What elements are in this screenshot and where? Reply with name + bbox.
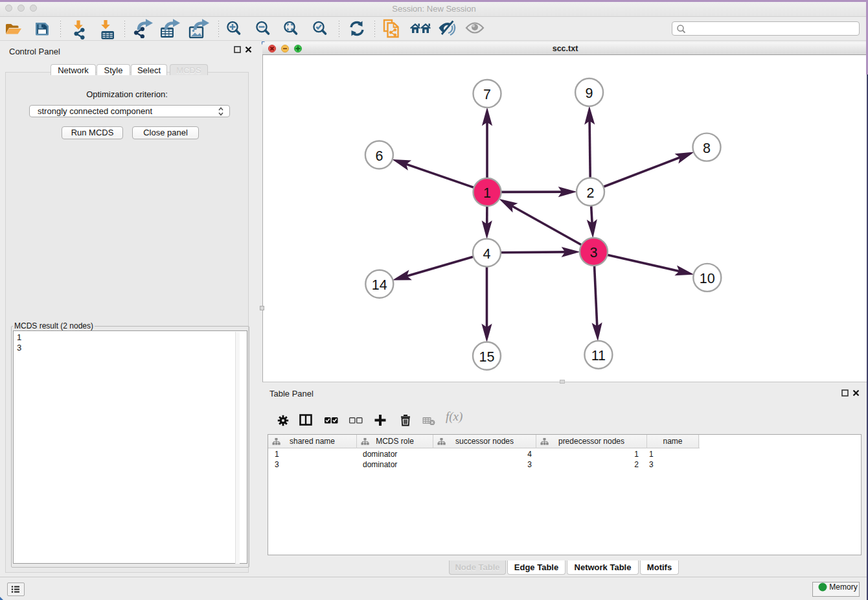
svg-text:9: 9 [586,86,593,101]
svg-text:3: 3 [590,245,598,260]
svg-text:10: 10 [700,271,715,286]
svg-text:4: 4 [483,246,491,262]
svg-text:7: 7 [483,87,491,102]
svg-text:15: 15 [479,349,495,365]
svg-text:14: 14 [372,277,387,293]
svg-text:1: 1 [483,185,491,201]
svg-text:2: 2 [587,185,595,201]
svg-text:8: 8 [703,141,711,156]
svg-text:f(x): f(x) [446,411,463,424]
svg-text:11: 11 [591,348,606,363]
svg-text:6: 6 [375,148,383,164]
